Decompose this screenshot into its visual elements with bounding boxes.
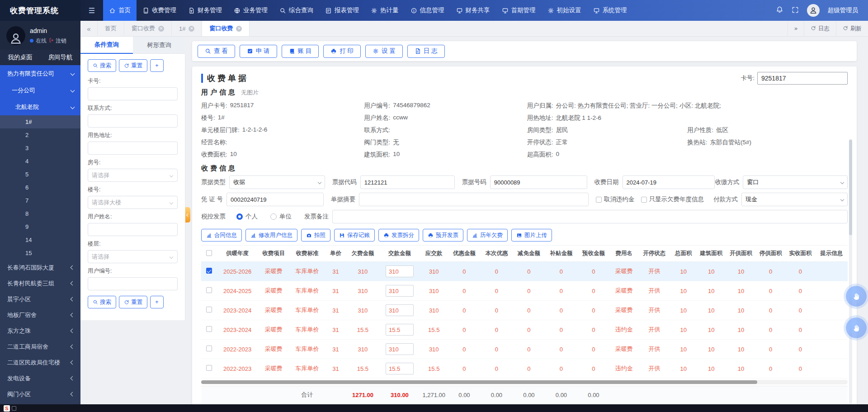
- nav-item-首页[interactable]: 首页: [103, 0, 137, 21]
- scrollbar-thumb[interactable]: [201, 380, 757, 384]
- ticket-no-input[interactable]: [490, 175, 587, 189]
- toolbar-button-申请[interactable]: 申 请: [240, 45, 277, 58]
- reset-button[interactable]: 重置: [119, 296, 147, 308]
- tree-item-长青村民航委三组[interactable]: 长青村民航委三组: [0, 275, 80, 291]
- tab-condition-query[interactable]: 条件查询: [80, 37, 133, 54]
- pay-amount-input[interactable]: [386, 265, 414, 277]
- row-checkbox[interactable]: [206, 365, 212, 371]
- nav-item-首期管理[interactable]: 首期管理: [496, 0, 542, 21]
- logout-button[interactable]: 注销: [49, 37, 66, 45]
- sidebar-tab-rooms[interactable]: 房间导航: [48, 53, 73, 62]
- nav-item-报表管理[interactable]: 报表管理: [319, 0, 365, 21]
- page-tab-窗口收费[interactable]: 窗口收费✕: [202, 21, 250, 36]
- action-button-合同信息[interactable]: 合同信息: [201, 229, 242, 242]
- nav-item-财务共享[interactable]: 财务共享: [450, 0, 496, 21]
- nav-item-热计量[interactable]: 热计量: [365, 0, 405, 21]
- panel-collapse-handle[interactable]: [185, 207, 190, 223]
- add-button[interactable]: +: [150, 296, 164, 308]
- radio-company[interactable]: 单位: [270, 213, 292, 221]
- invoice-note-input[interactable]: [332, 210, 848, 223]
- vertical-scrollbar[interactable]: [849, 139, 852, 404]
- tree-item-2[interactable]: 2: [0, 128, 80, 142]
- tree-item-7[interactable]: 7: [0, 194, 80, 207]
- toolbar-button-账目[interactable]: 账 目: [282, 45, 319, 58]
- field-input[interactable]: [88, 223, 178, 236]
- tree-item-4[interactable]: 4: [0, 155, 80, 168]
- close-tab-icon[interactable]: ✕: [189, 26, 194, 32]
- close-tab-icon[interactable]: ✕: [236, 26, 242, 32]
- action-button-发票拆分[interactable]: 发票拆分: [378, 229, 419, 242]
- bell-icon[interactable]: [776, 6, 783, 15]
- tree-item-发电设备[interactable]: 发电设备: [0, 370, 80, 386]
- nav-item-综合查询[interactable]: 综合查询: [274, 0, 319, 21]
- nav-item-初始设置[interactable]: 初始设置: [542, 0, 587, 21]
- tree-item-阀门小区[interactable]: 阀门小区: [0, 386, 80, 402]
- row-checkbox[interactable]: [206, 326, 212, 332]
- only-arrears-checkbox[interactable]: 只显示欠费年度信息: [641, 195, 704, 204]
- tree-item-北航老院[interactable]: 北航老院: [0, 99, 80, 115]
- tree-item-二道区民政局住宅楼[interactable]: 二道区民政局住宅楼: [0, 355, 80, 370]
- toolbar-button-设置[interactable]: 设 置: [365, 45, 403, 58]
- tree-item-6[interactable]: 6: [0, 181, 80, 194]
- pay-way-select[interactable]: 现金: [741, 193, 848, 206]
- sidebar-tab-desktop[interactable]: 我的桌面: [8, 53, 33, 62]
- card-no-input[interactable]: [757, 72, 848, 85]
- current-user-name[interactable]: 超级管理员: [828, 6, 859, 14]
- voucher-input[interactable]: [226, 193, 324, 206]
- page-tab-窗口收费[interactable]: 窗口收费✕: [124, 21, 172, 36]
- hamburger-menu-icon[interactable]: ☰: [80, 0, 103, 21]
- field-input[interactable]: [88, 142, 178, 155]
- pay-amount-input[interactable]: [386, 285, 414, 297]
- action-button-历年欠费[interactable]: 历年欠费: [467, 229, 508, 242]
- pay-amount-input[interactable]: [386, 324, 414, 336]
- field-select[interactable]: 请选择: [88, 250, 178, 263]
- toolbar-button-查看[interactable]: 查 看: [198, 45, 235, 58]
- field-input[interactable]: [88, 114, 178, 128]
- field-select[interactable]: 请选择大楼: [88, 196, 178, 209]
- action-button-图片上传[interactable]: 图片上传: [511, 229, 552, 242]
- nav-item-业务管理[interactable]: 业务管理: [228, 0, 274, 21]
- touch-assist-button[interactable]: [846, 286, 867, 307]
- page-tab-1#[interactable]: 1#✕: [172, 21, 202, 36]
- tree-item-15[interactable]: 15: [0, 246, 80, 260]
- tab-tree-query[interactable]: 树形查询: [133, 37, 185, 54]
- cancel-penalty-checkbox[interactable]: 取消违约金: [596, 195, 635, 204]
- pay-amount-input[interactable]: [386, 363, 414, 374]
- select-all-checkbox[interactable]: [206, 250, 212, 256]
- collect-way-select[interactable]: 窗口: [743, 175, 848, 189]
- tabs-scroll-left-icon[interactable]: «: [80, 21, 98, 36]
- row-checkbox[interactable]: [206, 268, 212, 274]
- tree-item-东方之珠[interactable]: 东方之珠: [0, 323, 80, 339]
- row-checkbox[interactable]: [206, 287, 212, 293]
- pay-amount-input[interactable]: [386, 304, 414, 316]
- add-button[interactable]: +: [150, 59, 164, 72]
- tree-item-3[interactable]: 3: [0, 142, 80, 155]
- ticket-code-input[interactable]: [360, 175, 455, 189]
- tree-item-二道工商局宿舍[interactable]: 二道工商局宿舍: [0, 339, 80, 355]
- close-tab-icon[interactable]: ✕: [158, 26, 164, 32]
- ime-keyboard-icon[interactable]: [12, 406, 16, 411]
- fee-date-input[interactable]: [623, 175, 715, 189]
- tree-item-9[interactable]: 9: [0, 220, 80, 233]
- field-input[interactable]: [88, 87, 178, 100]
- tree-item-地板厂宿舍[interactable]: 地板厂宿舍: [0, 307, 80, 323]
- ticket-type-select[interactable]: 收据: [229, 175, 325, 189]
- row-checkbox[interactable]: [206, 346, 212, 351]
- refresh-button[interactable]: 刷新: [836, 21, 868, 36]
- tree-item-一分公司[interactable]: 一分公司: [0, 82, 80, 99]
- page-tab-首页[interactable]: 首页: [98, 21, 124, 36]
- row-checkbox[interactable]: [206, 307, 212, 313]
- avatar[interactable]: [807, 4, 820, 17]
- radio-personal[interactable]: 个人: [236, 213, 258, 221]
- toolbar-button-日志[interactable]: 日 志: [407, 45, 445, 58]
- vertical-scrollbar-thumb[interactable]: [849, 140, 852, 235]
- nav-item-财务管理[interactable]: 财务管理: [182, 0, 228, 21]
- tree-item-热力有限责任公司[interactable]: 热力有限责任公司: [0, 65, 80, 82]
- reset-button[interactable]: 重置: [119, 59, 147, 72]
- summary-input[interactable]: [359, 193, 589, 206]
- touch-assist-button[interactable]: [846, 317, 867, 338]
- search-button[interactable]: 搜索: [88, 296, 116, 308]
- tree-item-5[interactable]: 5: [0, 168, 80, 181]
- field-select[interactable]: 请选择: [88, 169, 178, 182]
- nav-item-收费管理[interactable]: 收费管理: [137, 0, 182, 21]
